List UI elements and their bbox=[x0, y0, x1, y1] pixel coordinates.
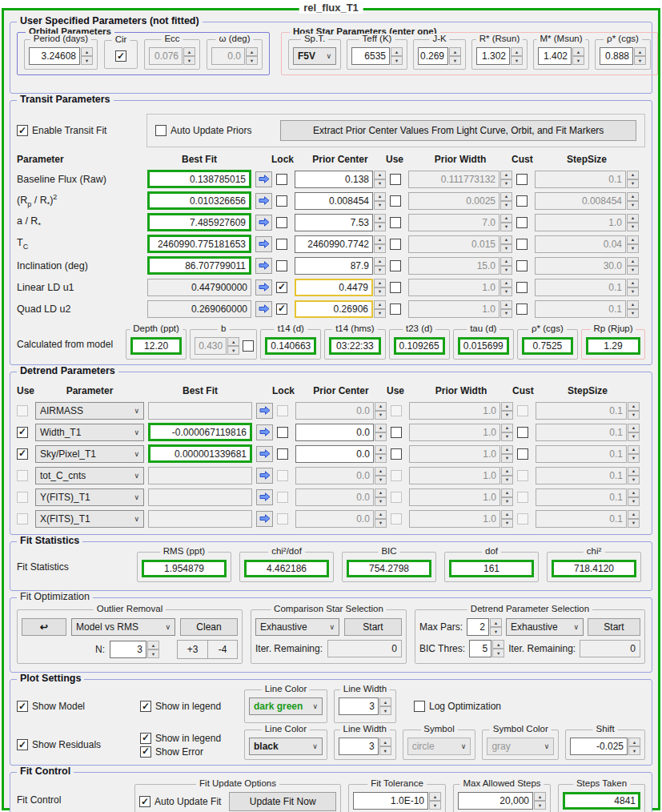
show-in-legend-checkbox[interactable] bbox=[140, 733, 151, 744]
copy-best-fit-to-prior-button[interactable] bbox=[256, 468, 273, 484]
shift-spinner[interactable]: -0.025▲▼ bbox=[570, 738, 640, 755]
detrend-parameter-dropdown[interactable]: Width_T1∨ bbox=[35, 424, 144, 441]
prior-center-spinner[interactable]: 87.9▲▼ bbox=[295, 257, 386, 275]
spinner-buttons[interactable]: ▲▼ bbox=[374, 235, 386, 253]
spinner-buttons[interactable]: ▲▼ bbox=[375, 424, 387, 441]
spectral-type-dropdown[interactable]: F5V∨ bbox=[293, 47, 336, 65]
model-show-in-legend[interactable]: Show in legend bbox=[140, 701, 238, 712]
prior-width-spinner[interactable]: 1.0▲▼ bbox=[409, 488, 513, 506]
lock-checkbox[interactable] bbox=[276, 260, 287, 271]
prior-center-spinner[interactable]: 0.4479▲▼ bbox=[295, 279, 386, 296]
spinner-buttons[interactable]: ▲▼ bbox=[375, 510, 387, 528]
max-allowed-steps-spinner[interactable]: 20,000▲▼ bbox=[458, 792, 546, 810]
residual-line-width-spinner[interactable]: 3▲▼ bbox=[339, 738, 391, 755]
step-size-spinner[interactable]: 0.1▲▼ bbox=[535, 279, 639, 296]
use-prior-checkbox[interactable] bbox=[390, 303, 401, 315]
prior-width-spinner[interactable]: 0.015▲▼ bbox=[408, 235, 512, 253]
omega-spinner[interactable]: 0.0▲▼ bbox=[211, 47, 258, 65]
spinner-buttons[interactable]: ▲▼ bbox=[374, 257, 386, 275]
spinner-buttons[interactable]: ▲▼ bbox=[374, 192, 386, 210]
show-model-checkbox[interactable] bbox=[17, 701, 28, 712]
custom-step-checkbox[interactable] bbox=[516, 260, 528, 271]
residuals-show-in-legend[interactable]: Show in legend bbox=[140, 733, 238, 744]
auto-update-fit[interactable]: Auto Update Fit bbox=[139, 796, 221, 807]
log-optimization[interactable]: Log Optimization bbox=[414, 701, 501, 712]
lock-checkbox[interactable] bbox=[277, 513, 288, 525]
enable-transit-fit[interactable]: Enable Transit Fit bbox=[17, 125, 135, 136]
use-detrend-checkbox[interactable] bbox=[17, 448, 28, 460]
copy-best-fit-to-prior-button[interactable] bbox=[256, 489, 273, 505]
custom-step-checkbox[interactable] bbox=[516, 303, 528, 315]
detrend-parameter-dropdown[interactable]: Y(FITS)_T1∨ bbox=[35, 488, 144, 506]
prior-center-spinner[interactable]: 2460990.7742▲▼ bbox=[295, 235, 386, 253]
prior-center-spinner[interactable]: 0.0▲▼ bbox=[295, 467, 387, 484]
comparison-start-button[interactable]: Start bbox=[344, 618, 402, 636]
use-prior-checkbox[interactable] bbox=[390, 282, 401, 293]
lock-checkbox[interactable] bbox=[277, 470, 288, 481]
detrend-start-button[interactable]: Start bbox=[588, 618, 640, 636]
step-size-spinner[interactable]: 0.1▲▼ bbox=[536, 445, 640, 463]
custom-step-checkbox[interactable] bbox=[517, 492, 528, 503]
custom-step-checkbox[interactable] bbox=[516, 174, 528, 185]
teff-spinner[interactable]: 6535▲▼ bbox=[351, 47, 403, 65]
use-prior-checkbox[interactable] bbox=[390, 195, 401, 207]
update-fit-now-button[interactable]: Update Fit Now bbox=[229, 792, 336, 811]
use-prior-checkbox[interactable] bbox=[391, 513, 402, 525]
b-lock-checkbox[interactable] bbox=[243, 340, 254, 352]
detrend-parameter-dropdown[interactable]: tot_C_cnts∨ bbox=[35, 467, 144, 484]
use-prior-checkbox[interactable] bbox=[391, 427, 402, 438]
lock-checkbox[interactable] bbox=[277, 405, 288, 416]
symbol-color-dropdown[interactable]: gray∨ bbox=[487, 738, 554, 755]
prior-center-spinner[interactable]: 0.26906▲▼ bbox=[295, 300, 386, 318]
lock-checkbox[interactable] bbox=[276, 174, 287, 185]
show-error-checkbox[interactable] bbox=[140, 746, 151, 758]
spinner-buttons[interactable]: ▲▼ bbox=[81, 47, 93, 65]
show-error[interactable]: Show Error bbox=[140, 746, 238, 758]
custom-step-checkbox[interactable] bbox=[517, 448, 528, 460]
extract-prior-values-button[interactable]: Extract Prior Center Values From Light C… bbox=[280, 120, 636, 141]
lock-checkbox[interactable] bbox=[276, 239, 287, 250]
use-prior-checkbox[interactable] bbox=[391, 448, 402, 460]
custom-step-checkbox[interactable] bbox=[517, 513, 528, 525]
bic-thres-spinner[interactable]: 5▲▼ bbox=[469, 640, 504, 657]
clean-button[interactable]: Clean bbox=[180, 618, 238, 636]
auto-update-priors[interactable]: Auto Update Priors bbox=[155, 125, 251, 136]
prior-center-spinner[interactable]: 0.0▲▼ bbox=[295, 488, 387, 506]
step-size-spinner[interactable]: 0.1▲▼ bbox=[536, 510, 640, 528]
b-spinner[interactable]: 0.430▲▼ bbox=[195, 337, 239, 355]
circular-orbit-checkbox[interactable] bbox=[115, 50, 126, 62]
prior-width-spinner[interactable]: 0.0025▲▼ bbox=[408, 192, 512, 210]
custom-step-checkbox[interactable] bbox=[517, 427, 528, 438]
prior-width-spinner[interactable]: 15.0▲▼ bbox=[408, 257, 512, 275]
prior-width-spinner[interactable]: 0.111773132▲▼ bbox=[408, 171, 512, 188]
step-size-spinner[interactable]: 0.04▲▼ bbox=[535, 235, 639, 253]
lock-checkbox[interactable] bbox=[276, 217, 287, 228]
copy-best-fit-to-prior-button[interactable] bbox=[255, 258, 272, 274]
use-prior-checkbox[interactable] bbox=[390, 260, 401, 271]
outlier-mode-dropdown[interactable]: Model vs RMS∨ bbox=[71, 618, 175, 636]
step-size-spinner[interactable]: 0.008454▲▼ bbox=[535, 192, 639, 210]
step-size-spinner[interactable]: 0.1▲▼ bbox=[536, 467, 640, 484]
custom-step-checkbox[interactable] bbox=[516, 217, 528, 228]
step-size-spinner[interactable]: 1.0▲▼ bbox=[535, 214, 639, 231]
step-size-spinner[interactable]: 0.1▲▼ bbox=[535, 300, 639, 318]
prior-center-spinner[interactable]: 0.0▲▼ bbox=[295, 402, 387, 420]
copy-best-fit-to-prior-button[interactable] bbox=[255, 215, 272, 231]
undo-outlier-removal-button[interactable]: ↩ bbox=[22, 618, 66, 636]
use-prior-checkbox[interactable] bbox=[391, 405, 402, 416]
use-prior-checkbox[interactable] bbox=[391, 492, 402, 503]
prior-center-spinner[interactable]: 7.53▲▼ bbox=[295, 214, 386, 231]
jk-spinner[interactable]: 0.269▲▼ bbox=[418, 47, 461, 65]
log-optimization-checkbox[interactable] bbox=[414, 701, 425, 712]
use-detrend-checkbox[interactable] bbox=[17, 492, 28, 503]
copy-best-fit-to-prior-button[interactable] bbox=[255, 301, 272, 317]
copy-best-fit-to-prior-button[interactable] bbox=[255, 171, 272, 187]
use-prior-checkbox[interactable] bbox=[390, 174, 401, 185]
custom-step-checkbox[interactable] bbox=[517, 405, 528, 416]
copy-best-fit-to-prior-button[interactable] bbox=[256, 403, 273, 419]
model-line-width-spinner[interactable]: 3▲▼ bbox=[339, 697, 391, 715]
spinner-buttons[interactable]: ▲▼ bbox=[375, 467, 387, 484]
custom-step-checkbox[interactable] bbox=[516, 282, 528, 293]
prior-width-spinner[interactable]: 7.0▲▼ bbox=[408, 214, 512, 231]
lock-checkbox[interactable] bbox=[277, 448, 288, 460]
